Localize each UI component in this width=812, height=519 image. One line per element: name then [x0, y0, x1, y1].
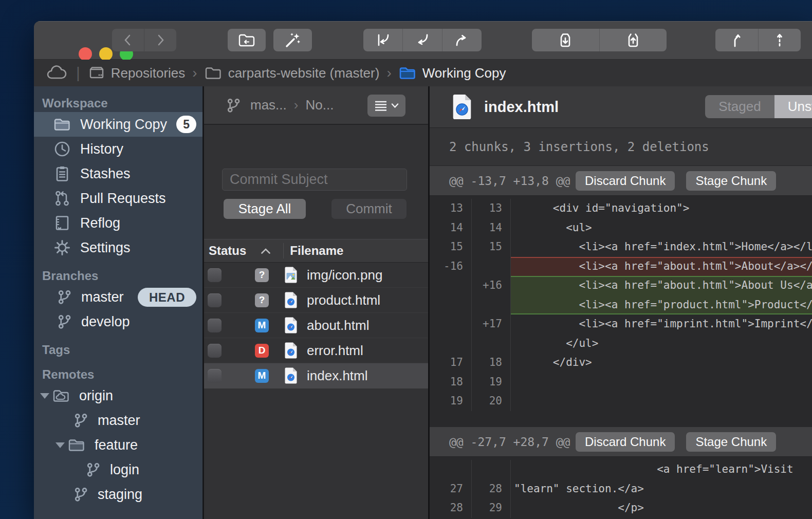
- code-line: </p>: [511, 498, 812, 518]
- diff-row: 1920: [430, 392, 812, 411]
- commit-panel: mas... › No... Stage All Commit Status F…: [204, 86, 428, 519]
- journal-icon: [53, 214, 71, 232]
- stage-checkbox[interactable]: [208, 319, 222, 332]
- stage-chunk-button[interactable]: Stage Chunk: [686, 171, 776, 191]
- diff-row: <li><a href="product.html">Product</a></…: [430, 295, 812, 315]
- stage-all-button[interactable]: Stage All: [224, 199, 306, 219]
- titlebar: [34, 21, 812, 60]
- repositories-icon: [88, 66, 105, 80]
- rebase-button[interactable]: [758, 29, 801, 51]
- breadcrumb-repositories[interactable]: Repositories: [88, 65, 186, 81]
- stage-checkbox[interactable]: [208, 268, 222, 282]
- code-line: <li><a href="index.html">Home</a></li>: [511, 237, 812, 257]
- chunk-header-1: @@ -13,7 +13,8 @@ Discard Chunk Stage Ch…: [430, 166, 812, 196]
- pop-stash-icon: [625, 32, 641, 48]
- pull-button[interactable]: [402, 29, 442, 51]
- staged-tab[interactable]: Staged: [705, 95, 774, 118]
- commit-button[interactable]: Commit: [331, 199, 407, 219]
- working-copy-count-badge: 5: [176, 116, 196, 133]
- sidebar-remote-branch-staging[interactable]: staging: [34, 482, 202, 507]
- quick-launch-button[interactable]: [273, 29, 312, 51]
- stage-chunk-button[interactable]: Stage Chunk: [686, 432, 776, 452]
- sidebar-remote-origin[interactable]: origin: [34, 383, 202, 408]
- push-button[interactable]: [442, 29, 482, 51]
- remotes-section-label: Remotes: [34, 366, 202, 383]
- old-line-number: 18: [430, 373, 472, 392]
- breadcrumb: | Repositories › carparts-website (maste…: [34, 60, 812, 87]
- code-line: <li><a href="imprint.html">Imprint</a></…: [511, 314, 812, 334]
- list-view-icon: [374, 100, 387, 112]
- stash-button[interactable]: [532, 29, 599, 51]
- open-repository-button[interactable]: [228, 29, 266, 51]
- breadcrumb-label: Working Copy: [422, 65, 506, 81]
- status-column-header[interactable]: Status: [209, 244, 246, 258]
- pull-icon: [415, 33, 430, 47]
- sort-ascending-icon[interactable]: [261, 248, 271, 254]
- sidebar-remote-branch-master[interactable]: master: [34, 408, 202, 433]
- branch-icon: [73, 487, 88, 502]
- forward-button[interactable]: [144, 29, 176, 51]
- minimize-window-button[interactable]: [99, 47, 113, 61]
- commit-target-crumb[interactable]: No...: [305, 97, 334, 113]
- sidebar-item-working-copy[interactable]: Working Copy 5: [34, 112, 202, 137]
- cloud-icon[interactable]: [45, 65, 68, 81]
- chunk-header-2: @@ -27,7 +28,7 @@ Discard Chunk Stage Ch…: [430, 427, 812, 457]
- breadcrumb-working-copy[interactable]: Working Copy: [399, 65, 506, 81]
- diff-file-header: index.html Staged Unstaged: [430, 86, 812, 128]
- commit-subject-input[interactable]: [222, 169, 407, 191]
- stage-checkbox[interactable]: [208, 293, 222, 307]
- unstaged-tab[interactable]: Unstaged: [774, 95, 812, 118]
- sidebar-item-stashes[interactable]: Stashes: [34, 161, 202, 186]
- new-line-number: [472, 257, 511, 276]
- new-line-number: 19: [472, 373, 511, 392]
- sidebar-remote-folder-feature[interactable]: feature: [34, 433, 202, 457]
- branch-icon: [226, 98, 241, 113]
- discard-chunk-button[interactable]: Discard Chunk: [576, 432, 675, 452]
- sidebar-item-settings[interactable]: Settings: [34, 235, 202, 260]
- column-divider[interactable]: [283, 243, 284, 258]
- code-line: <ul>: [511, 218, 812, 238]
- file-list-header: Status Filename: [204, 239, 428, 263]
- sidebar-remote-branch-login[interactable]: login: [34, 457, 202, 482]
- filename-column-header[interactable]: Filename: [290, 244, 343, 258]
- file-row[interactable]: M index.html: [204, 363, 428, 388]
- fetch-button[interactable]: [363, 29, 402, 51]
- stage-checkbox[interactable]: [208, 369, 222, 383]
- html-file-icon: [284, 317, 298, 334]
- view-options-button[interactable]: [367, 95, 405, 117]
- old-line-number: [430, 276, 472, 295]
- back-button[interactable]: [112, 29, 144, 51]
- sidebar-item-reflog[interactable]: Reflog: [34, 211, 202, 235]
- sidebar-branch-develop[interactable]: develop: [34, 309, 202, 334]
- file-row[interactable]: D error.html: [204, 338, 428, 363]
- sync-group: [363, 29, 482, 51]
- stage-checkbox[interactable]: [208, 344, 222, 358]
- sidebar-item-pull-requests[interactable]: Pull Requests: [34, 186, 202, 211]
- pull-request-icon: [53, 190, 71, 207]
- file-row[interactable]: M about.html: [204, 313, 428, 338]
- sidebar-item-label: Working Copy: [80, 117, 167, 133]
- create-branch-button[interactable]: [715, 29, 758, 51]
- code-line: [511, 373, 812, 392]
- blue-folder-icon: [399, 66, 416, 80]
- sidebar-item-history[interactable]: History: [34, 137, 202, 161]
- diff-row: -16 <li><a href="about.html">About</a></…: [430, 257, 812, 276]
- html-file-icon: [451, 94, 473, 120]
- sidebar-branch-master[interactable]: master HEAD: [34, 285, 202, 309]
- file-list: ? img/icon.png ?: [204, 263, 428, 519]
- discard-chunk-button[interactable]: Discard Chunk: [576, 171, 675, 191]
- file-icon: [284, 266, 298, 284]
- new-line-number: [472, 295, 511, 315]
- new-line-number: 28: [472, 479, 511, 499]
- file-row[interactable]: ? img/icon.png: [204, 263, 428, 288]
- disclosure-triangle-icon[interactable]: [54, 441, 66, 449]
- disclosure-triangle-icon[interactable]: [39, 392, 50, 400]
- file-row[interactable]: ? product.html: [204, 288, 428, 313]
- breadcrumb-repo[interactable]: carparts-website (master): [205, 65, 380, 81]
- commit-branch-crumb[interactable]: mas...: [250, 97, 287, 113]
- rebase-icon: [772, 32, 787, 48]
- new-line-number: 14: [472, 218, 511, 238]
- diff-row: +16 <li><a href="about.html">About Us</a…: [430, 276, 812, 295]
- pop-stash-button[interactable]: [599, 29, 667, 51]
- close-window-button[interactable]: [79, 47, 92, 61]
